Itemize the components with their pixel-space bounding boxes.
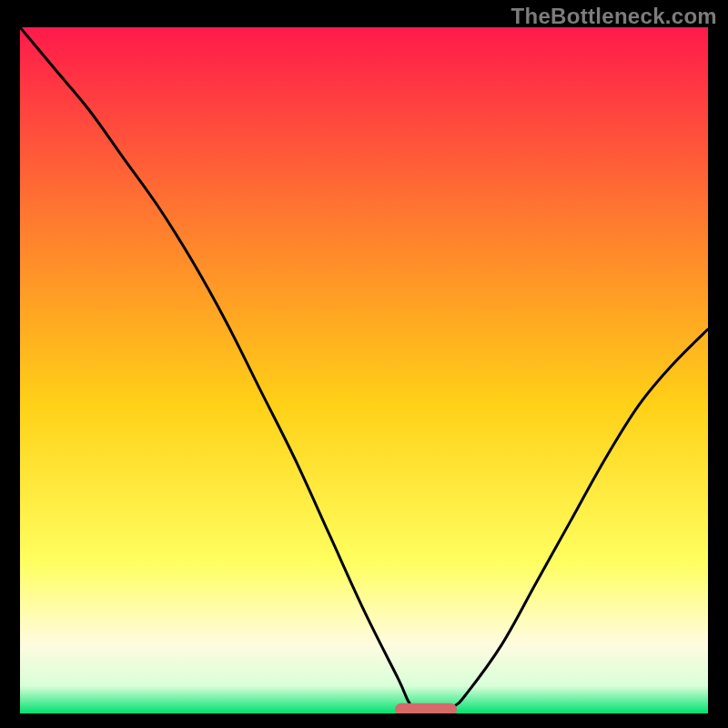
ideal-zone-indicator [395, 703, 457, 713]
chart-frame: TheBottleneck.com [0, 0, 728, 728]
bottleneck-chart [20, 27, 708, 713]
watermark-label: TheBottleneck.com [511, 4, 717, 29]
